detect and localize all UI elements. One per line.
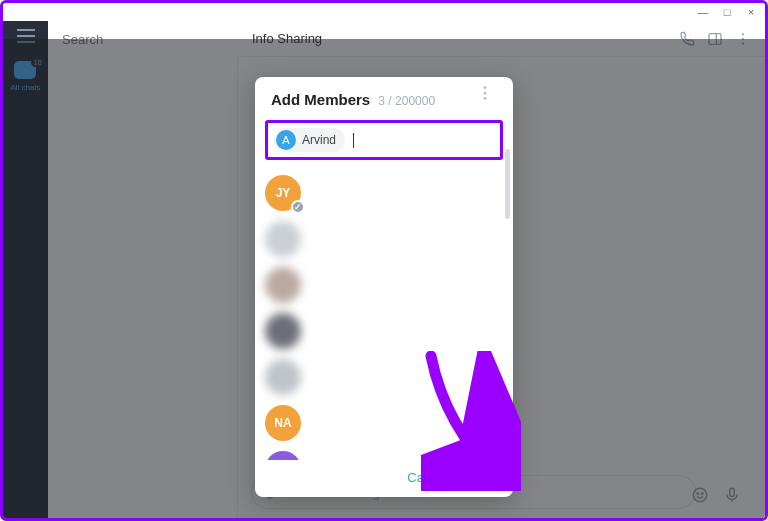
contact-row[interactable]: [265, 262, 503, 308]
window-minimize-button[interactable]: —: [695, 6, 711, 18]
window-maximize-button[interactable]: □: [719, 6, 735, 18]
contact-row[interactable]: NA: [265, 400, 503, 446]
contact-row[interactable]: [265, 216, 503, 262]
contact-avatar: JY✓: [265, 175, 301, 211]
selected-check-icon: ✓: [291, 200, 305, 214]
add-members-modal: Add Members 3 / 200000 ⋯ A Arvind JY✓NAF…: [255, 77, 513, 497]
contact-row[interactable]: JY✓: [265, 170, 503, 216]
member-count: 3 / 200000: [378, 94, 435, 108]
contact-avatar: [265, 313, 301, 349]
chip-name: Arvind: [302, 133, 336, 147]
scrollbar-thumb[interactable]: [505, 149, 510, 219]
contact-avatar: [265, 359, 301, 395]
text-cursor: [353, 133, 354, 148]
contact-avatar: [265, 267, 301, 303]
add-button[interactable]: Add: [470, 470, 495, 485]
contact-row[interactable]: [265, 354, 503, 400]
modal-title-text: Add Members: [271, 91, 370, 108]
selected-chip-row[interactable]: A Arvind: [265, 120, 503, 160]
window-close-button[interactable]: ×: [743, 6, 759, 18]
contact-list[interactable]: JY✓NAFJ: [255, 168, 513, 460]
cancel-button[interactable]: Cancel: [407, 470, 447, 485]
svg-point-1: [742, 33, 744, 35]
window-titlebar: — □ ×: [3, 3, 765, 21]
modal-more-icon[interactable]: ⋯: [476, 85, 495, 101]
chip-avatar: A: [276, 130, 296, 150]
contact-row[interactable]: FJ: [265, 446, 503, 460]
contact-row[interactable]: [265, 308, 503, 354]
contact-avatar: [265, 221, 301, 257]
contact-avatar: NA: [265, 405, 301, 441]
selected-contact-chip[interactable]: A Arvind: [274, 128, 345, 152]
contact-avatar: FJ: [265, 451, 301, 460]
